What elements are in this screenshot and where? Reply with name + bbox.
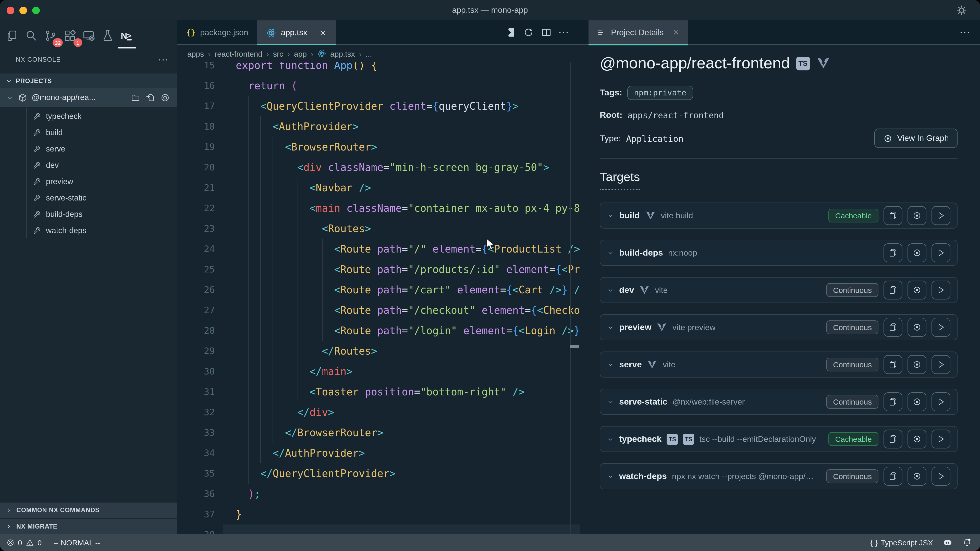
activity-source-control-source-control-icon[interactable]: 32 xyxy=(43,28,58,43)
copy-button[interactable] xyxy=(883,281,902,300)
breadcrumb-item[interactable]: app.tsx xyxy=(330,49,355,58)
breadcrumb-item[interactable]: src xyxy=(273,49,283,58)
activity-nx-console-nx-icon[interactable]: N> xyxy=(119,28,134,43)
target-card-watch-deps[interactable]: watch-depsnpx nx watch --projects @mono-… xyxy=(600,463,958,489)
view-in-graph-button[interactable] xyxy=(907,467,926,486)
code-line-19: 19 <BrowserRouter> xyxy=(177,137,580,157)
project-title-text: @mono-app/react-frontend xyxy=(600,54,790,73)
activity-search-search-icon[interactable] xyxy=(24,28,39,43)
activity-remote-explorer-remote-icon[interactable] xyxy=(81,28,97,43)
line-number: 33 xyxy=(177,422,215,443)
tree-indent-guide xyxy=(26,108,27,238)
activity-explorer-files-icon[interactable] xyxy=(5,28,20,43)
line-number: 20 xyxy=(177,157,215,178)
breadcrumb-more[interactable]: ... xyxy=(366,49,372,58)
view-in-graph-button[interactable]: View In Graph xyxy=(874,129,958,148)
tree-item-preview[interactable]: preview xyxy=(0,173,177,190)
copilot-icon[interactable] xyxy=(942,537,953,548)
folder-icon[interactable] xyxy=(130,93,140,102)
close-icon[interactable] xyxy=(672,29,680,36)
more-actions-icon[interactable]: ··· xyxy=(960,28,971,37)
chevron-down-icon[interactable] xyxy=(607,361,614,368)
activity-testing-beaker-icon[interactable] xyxy=(100,28,115,43)
line-number: 35 xyxy=(177,463,215,484)
tree-item-build-deps[interactable]: build-deps xyxy=(0,206,177,222)
run-target-button[interactable] xyxy=(932,206,950,225)
open-settings-icon[interactable] xyxy=(505,27,516,38)
more-actions-icon[interactable]: ··· xyxy=(159,56,169,64)
target-card-serve[interactable]: serveviteContinuous xyxy=(600,351,958,378)
close-icon[interactable] xyxy=(319,29,327,37)
breadcrumb-item[interactable]: apps xyxy=(187,49,204,58)
run-target-button[interactable] xyxy=(932,281,950,300)
breadcrumb[interactable]: apps›react-frontend›src›app›app.tsx›... xyxy=(177,45,580,62)
code-editor[interactable]: 15export function App() {16 return (17 <… xyxy=(177,62,580,534)
activity-extensions-extensions-icon[interactable]: 1 xyxy=(62,28,78,43)
view-in-graph-button[interactable] xyxy=(907,206,926,225)
view-in-graph-button[interactable] xyxy=(907,243,926,262)
project-row[interactable]: @mono-app/rea... xyxy=(0,88,177,106)
target-card-build-deps[interactable]: build-depsnx:noop xyxy=(600,240,958,266)
copy-button[interactable] xyxy=(883,355,902,374)
chevron-down-icon[interactable] xyxy=(607,398,614,405)
tree-item-watch-deps[interactable]: watch-deps xyxy=(0,222,177,239)
run-target-button[interactable] xyxy=(932,467,950,486)
line-number: 16 xyxy=(177,76,215,96)
tree-item-serve[interactable]: serve xyxy=(0,141,177,157)
editor-tab-package.json[interactable]: {}package.json xyxy=(177,21,258,45)
sidebar-section-nx-migrate[interactable]: NX MIGRATE xyxy=(0,518,177,534)
run-target-button[interactable] xyxy=(932,392,950,411)
chevron-down-icon[interactable] xyxy=(607,286,614,294)
language-mode[interactable]: { } TypeScript JSX xyxy=(870,538,933,547)
chevron-down-icon[interactable] xyxy=(607,435,614,443)
target-card-dev[interactable]: devviteContinuous xyxy=(600,277,958,303)
copy-button[interactable] xyxy=(883,243,902,262)
chevron-down-icon[interactable] xyxy=(607,212,614,219)
file-move-icon[interactable] xyxy=(145,93,155,102)
vite-icon xyxy=(816,56,830,70)
sidebar-section-common-nx-commands[interactable]: COMMON NX COMMANDS xyxy=(0,502,177,518)
run-target-button[interactable] xyxy=(932,355,950,374)
more-actions-icon[interactable]: ··· xyxy=(559,28,570,37)
tree-item-dev[interactable]: dev xyxy=(0,157,177,173)
tree-item-label: build xyxy=(46,128,63,137)
react-icon xyxy=(318,49,326,58)
line-number: 30 xyxy=(177,361,215,382)
copy-button[interactable] xyxy=(883,467,902,486)
view-in-graph-button[interactable] xyxy=(907,430,926,448)
breadcrumb-item[interactable]: app xyxy=(294,49,307,58)
refresh-icon[interactable] xyxy=(523,27,534,38)
target-icon[interactable] xyxy=(160,93,170,102)
target-card-typecheck[interactable]: typecheckTSTStsc --build --emitDeclarati… xyxy=(600,426,958,452)
bell-icon[interactable] xyxy=(962,538,972,548)
target-card-preview[interactable]: previewvite previewContinuous xyxy=(600,314,958,340)
view-in-graph-button[interactable] xyxy=(907,281,926,300)
run-target-button[interactable] xyxy=(932,318,950,337)
gear-icon[interactable] xyxy=(956,4,968,16)
view-in-graph-button[interactable] xyxy=(907,355,926,374)
run-target-button[interactable] xyxy=(932,243,950,262)
copy-button[interactable] xyxy=(883,206,902,225)
view-in-graph-button[interactable] xyxy=(907,392,926,411)
tab-project-details[interactable]: Project Details xyxy=(589,20,688,44)
tree-item-typecheck[interactable]: typecheck xyxy=(0,108,177,124)
error-count: 0 xyxy=(18,538,22,547)
run-target-button[interactable] xyxy=(932,430,950,448)
tree-item-serve-static[interactable]: serve-static xyxy=(0,190,177,206)
view-in-graph-button[interactable] xyxy=(907,318,926,337)
problems-errors[interactable]: 0 xyxy=(6,538,22,547)
copy-button[interactable] xyxy=(883,318,902,337)
chevron-down-icon[interactable] xyxy=(607,324,614,331)
breadcrumb-item[interactable]: react-frontend xyxy=(215,49,262,58)
tree-item-build[interactable]: build xyxy=(0,124,177,141)
projects-section-header[interactable]: PROJECTS xyxy=(0,73,177,88)
problems-warnings[interactable]: 0 xyxy=(26,538,42,547)
chevron-down-icon[interactable] xyxy=(607,249,614,256)
target-card-serve-static[interactable]: serve-static@nx/web:file-serverContinuou… xyxy=(600,389,958,415)
target-card-build[interactable]: buildvite buildCacheable xyxy=(600,203,958,229)
editor-tab-app.tsx[interactable]: app.tsx xyxy=(258,21,336,45)
copy-button[interactable] xyxy=(883,430,902,448)
split-editor-icon[interactable] xyxy=(541,27,552,38)
chevron-down-icon[interactable] xyxy=(607,473,614,480)
copy-button[interactable] xyxy=(883,392,902,411)
